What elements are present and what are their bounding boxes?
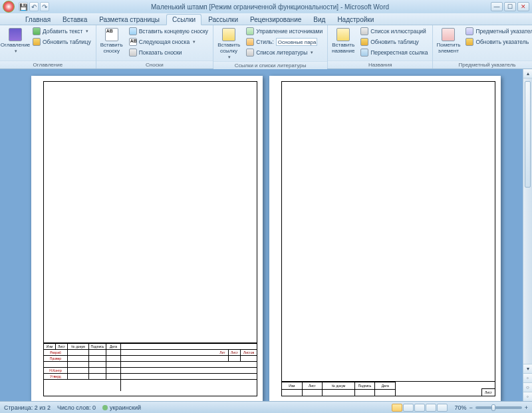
view-web[interactable] bbox=[414, 404, 425, 412]
update-table-button[interactable]: Обновить таблицу bbox=[358, 37, 430, 47]
plus-icon bbox=[33, 27, 41, 35]
group-label-citations: Ссылки и списки литературы bbox=[213, 61, 327, 69]
zoom-level[interactable]: 70% bbox=[454, 404, 466, 411]
zoom-knob[interactable] bbox=[491, 404, 495, 411]
mark-entry-button[interactable]: Пометить элемент bbox=[436, 27, 461, 55]
tab-home[interactable]: Главная bbox=[20, 15, 56, 25]
prev-page-button[interactable]: ◦ bbox=[523, 373, 532, 382]
style-icon bbox=[246, 38, 254, 46]
figlist-icon bbox=[360, 27, 368, 35]
qat-redo[interactable]: ↷ bbox=[40, 2, 49, 11]
tab-references[interactable]: Ссылки bbox=[166, 14, 201, 25]
group-label-index: Предметный указатель bbox=[433, 61, 532, 69]
view-outline[interactable] bbox=[426, 404, 436, 412]
view-print-layout[interactable] bbox=[392, 404, 402, 412]
document-area: Изм Лист № докум Подпись Дата Разраб Лит… bbox=[0, 69, 532, 401]
tab-view[interactable]: Вид bbox=[308, 15, 331, 25]
manage-sources-button[interactable]: Управление источниками bbox=[244, 27, 325, 36]
add-text-button[interactable]: Добавить текст bbox=[31, 27, 93, 36]
page-1[interactable]: Изм Лист № докум Подпись Дата Разраб Лит… bbox=[31, 76, 263, 401]
toc-icon bbox=[9, 28, 22, 41]
browse-object-button[interactable]: ○ bbox=[523, 382, 532, 392]
insert-endnote-button[interactable]: Вставить концевую сноску bbox=[127, 27, 210, 36]
style-value[interactable]: Основные пара bbox=[276, 38, 317, 46]
vertical-scrollbar[interactable]: ▴ ▾ ◦ ○ ◦ bbox=[523, 69, 532, 401]
refresh2-icon bbox=[360, 38, 368, 46]
crossref-button[interactable]: Перекрестная ссылка bbox=[358, 48, 430, 57]
group-label-captions: Названия bbox=[328, 61, 432, 69]
zoom-out-button[interactable]: − bbox=[469, 404, 472, 411]
cross-icon bbox=[360, 49, 368, 57]
ribbon-tabs: Главная Вставка Разметка страницы Ссылки… bbox=[0, 13, 532, 25]
ribbon: Оглавление Добавить текст Обновить табли… bbox=[0, 25, 532, 69]
next-page-button[interactable]: ◦ bbox=[523, 392, 532, 401]
undo-icon: ↶ bbox=[31, 3, 37, 11]
office-button[interactable] bbox=[3, 1, 15, 13]
status-language[interactable]: украинский bbox=[102, 404, 141, 411]
update-index-button[interactable]: Обновить указатель bbox=[464, 37, 532, 47]
insert-caption-button[interactable]: Вставить название bbox=[331, 27, 356, 55]
scroll-thumb[interactable] bbox=[525, 81, 531, 188]
page-2[interactable]: Изм Лист № докум Подпись Дата Лист bbox=[269, 76, 501, 401]
view-draft[interactable] bbox=[437, 404, 448, 412]
zoom-slider[interactable] bbox=[475, 406, 522, 409]
insert-index-button[interactable]: Предметный указатель bbox=[464, 27, 532, 36]
tab-pagelayout[interactable]: Разметка страницы bbox=[94, 15, 165, 25]
tab-addins[interactable]: Надстройки bbox=[332, 15, 379, 25]
scroll-down-button[interactable]: ▾ bbox=[523, 364, 532, 373]
idx-icon bbox=[466, 27, 473, 35]
citation-style-select[interactable]: Стиль: Основные пара bbox=[244, 37, 325, 47]
ab-icon bbox=[105, 28, 118, 41]
save-icon: 💾 bbox=[19, 3, 27, 11]
window-title: Маленький штамп [Режим ограниченной функ… bbox=[49, 3, 491, 11]
caption-icon bbox=[336, 28, 350, 41]
maximize-button[interactable]: ☐ bbox=[504, 2, 516, 11]
tab-insert[interactable]: Вставка bbox=[57, 15, 92, 25]
close-button[interactable]: ✕ bbox=[517, 2, 529, 11]
endnote-icon bbox=[129, 27, 137, 35]
update-toc-button[interactable]: Обновить таблицу bbox=[31, 37, 93, 47]
status-bar: Страница: 2 из 2 Число слов: 0 украински… bbox=[0, 401, 532, 413]
tab-review[interactable]: Рецензирование bbox=[245, 15, 307, 25]
group-label-footnotes: Сноски bbox=[96, 61, 213, 69]
figure-list-button[interactable]: Список иллюстраций bbox=[358, 27, 430, 36]
zoom-in-button[interactable]: + bbox=[525, 404, 528, 411]
tab-mailings[interactable]: Рассылки bbox=[203, 15, 243, 25]
ab2-icon bbox=[129, 38, 137, 46]
bibliography-button[interactable]: Список литературы bbox=[244, 48, 325, 57]
mark-icon bbox=[442, 28, 455, 41]
refresh-icon bbox=[33, 38, 41, 46]
minimize-button[interactable]: — bbox=[491, 2, 503, 11]
citation-icon bbox=[222, 28, 235, 41]
title-block-main: Изм Лист № докум Подпись Дата Разраб Лит… bbox=[43, 343, 257, 396]
toc-button[interactable]: Оглавление bbox=[3, 27, 28, 55]
insert-footnote-button[interactable]: Вставить сноску bbox=[99, 27, 124, 55]
biblio-icon bbox=[246, 49, 254, 57]
group-label-toc: Оглавление bbox=[0, 61, 96, 69]
scroll-track[interactable] bbox=[523, 78, 532, 364]
scroll-up-button[interactable]: ▴ bbox=[523, 69, 532, 78]
sources-icon bbox=[246, 27, 254, 35]
status-wordcount[interactable]: Число слов: 0 bbox=[57, 404, 96, 411]
show-footnotes-button[interactable]: Показать сноски bbox=[127, 48, 210, 57]
title-block-secondary: Изм Лист № докум Подпись Дата Лист bbox=[281, 382, 495, 396]
insert-citation-button[interactable]: Вставить ссылку bbox=[216, 27, 241, 61]
refresh3-icon bbox=[466, 38, 473, 46]
view-fullscreen[interactable] bbox=[403, 404, 414, 412]
qat-undo[interactable]: ↶ bbox=[29, 2, 39, 11]
next-footnote-button[interactable]: Следующая сноска bbox=[127, 37, 210, 47]
redo-icon: ↷ bbox=[42, 3, 47, 11]
status-page[interactable]: Страница: 2 из 2 bbox=[4, 404, 51, 411]
show-icon bbox=[129, 49, 137, 57]
qat-save[interactable]: 💾 bbox=[19, 2, 28, 11]
